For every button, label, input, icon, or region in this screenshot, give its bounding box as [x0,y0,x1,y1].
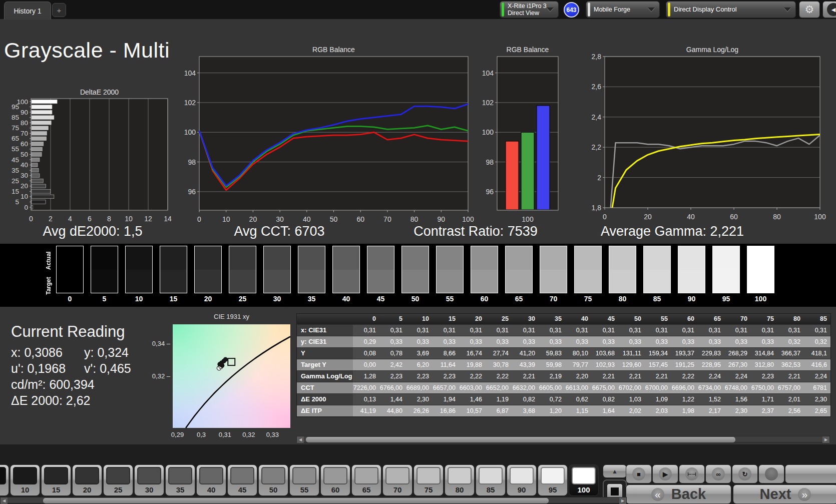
svg-text:1,8: 1,8 [592,204,602,212]
pattern-level-button-30[interactable]: 30 [134,464,164,496]
svg-text:DeltaE 2000: DeltaE 2000 [80,88,119,96]
stop-button[interactable]: ■ [626,464,652,483]
pattern-level-button-5[interactable]: 5 [0,464,9,496]
table-cell: 0,32 [777,336,804,347]
meter-dropdown[interactable]: X-Rite i1Pro 3 Direct View [500,1,559,18]
scroll-right-icon[interactable]: ▶ [619,497,626,504]
level-label: 65 [362,485,371,494]
table-scrollbar[interactable]: ◀ ▶ [296,436,830,442]
actual-patch [644,246,670,270]
pattern-level-button-35[interactable]: 35 [165,464,195,496]
grayscale-swatch-95: 95 [712,246,740,303]
pattern-level-button-50[interactable]: 50 [258,464,288,496]
swatch-level-label: 55 [436,295,464,303]
actual-patch [160,246,187,270]
range-marker-button[interactable]: ⊢⊣ [679,464,705,483]
table-cell: 0,33 [512,336,539,347]
source-dropdown[interactable]: Mobile Forge [586,1,660,18]
pattern-level-button-10[interactable]: 10 [10,464,40,496]
svg-text:20: 20 [644,213,652,221]
pattern-level-button-65[interactable]: 65 [351,464,381,496]
svg-text:2,4: 2,4 [592,113,602,121]
scroll-left-icon[interactable]: ◀ [297,436,304,443]
scroll-left-icon[interactable]: ◀ [1,497,8,504]
pattern-level-button-20[interactable]: 20 [72,464,102,496]
table-cell: 2,22 [671,371,698,382]
svg-text:0: 0 [603,213,607,221]
swatch-level-label: 15 [160,295,187,303]
pattern-scrollbar-thumb[interactable] [43,498,549,503]
column-header: 55 [645,314,671,324]
pattern-scroll-up-button[interactable]: ▲ [603,464,627,478]
pattern-level-button-85[interactable]: 85 [476,464,506,496]
level-label: 10 [21,485,30,494]
table-cell: 0,33 [433,336,459,347]
record-button[interactable] [758,464,784,483]
svg-text:55: 55 [12,145,19,153]
cie-x-tick: 0,29 [167,431,187,438]
table-row: CCT7226,006766,006689,006657,006603,0066… [297,382,830,393]
column-header: 70 [724,314,751,324]
level-label: 80 [456,485,464,494]
svg-text:80: 80 [21,119,28,127]
svg-text:100: 100 [184,128,196,136]
pattern-level-button-40[interactable]: 40 [196,464,226,496]
pattern-level-button-100[interactable]: 100 [569,464,599,496]
tab-history-1[interactable]: History 1 [4,2,51,20]
level-swatch [572,467,596,484]
settings-button[interactable]: ⚙ [799,1,820,18]
collapse-panel-button[interactable]: ◀ [822,1,836,18]
svg-text:8: 8 [107,215,111,223]
table-cell: 0,62 [565,394,592,405]
svg-text:50: 50 [330,215,338,223]
target-patch [713,270,739,293]
play-button[interactable]: ▶ [652,464,678,483]
pattern-level-button-15[interactable]: 15 [41,464,71,496]
chevrons-left-icon: « [651,488,664,501]
table-cell: 6632,00 [512,382,539,393]
display-control-dropdown[interactable]: Direct Display Control [666,1,796,18]
level-swatch [230,467,254,484]
pattern-level-button-95[interactable]: 95 [538,464,568,496]
back-button[interactable]: « Back [626,484,731,504]
table-cell: 2,23 [379,371,406,382]
pattern-level-button-75[interactable]: 75 [413,464,444,496]
table-cell: 314,84 [751,348,777,359]
table-cell: 6,87 [486,405,512,416]
table-cell: 1,71 [751,394,777,405]
table-cell: 79,77 [565,359,592,370]
new-tab-button[interactable]: + [52,3,66,17]
svg-text:2,6: 2,6 [592,83,602,91]
actual-patch [471,246,498,270]
level-swatch [448,467,472,484]
table-scrollbar-thumb[interactable] [306,437,735,442]
level-label: 75 [425,485,433,494]
svg-text:104: 104 [184,69,196,77]
pattern-level-button-25[interactable]: 25 [103,464,133,496]
next-button[interactable]: Next » [733,484,836,504]
repeat-button[interactable]: ↻ [732,464,758,483]
infinite-loop-button[interactable]: ∞ [705,464,731,483]
cie-overlay-svg [165,313,295,440]
table-cell: 0,33 [565,336,592,347]
svg-text:35: 35 [12,167,19,174]
pattern-scrollbar[interactable]: ◀ ▶ [0,497,627,503]
svg-text:40: 40 [21,161,28,169]
table-row: x: CIE310,310,310,310,310,310,310,310,31… [297,324,830,336]
pattern-level-button-45[interactable]: 45 [227,464,257,496]
pattern-level-button-80[interactable]: 80 [445,464,475,496]
table-cell: 6766,00 [379,382,406,393]
pattern-level-button-55[interactable]: 55 [289,464,319,496]
transport-extra-button[interactable] [785,464,836,483]
table-cell: 0,33 [406,336,433,347]
table-cell: 26,26 [406,405,433,416]
swatch-level-label: 70 [540,295,567,303]
pattern-level-button-60[interactable]: 60 [320,464,350,496]
pattern-level-button-90[interactable]: 90 [507,464,537,496]
actual-patch [91,246,118,270]
measurement-count-badge: 643 [564,2,579,18]
scroll-right-icon[interactable]: ▶ [822,436,829,443]
cie-x-tick: 0,3 [191,431,211,438]
pattern-level-button-70[interactable]: 70 [382,464,412,496]
table-cell: 6689,00 [406,382,433,393]
